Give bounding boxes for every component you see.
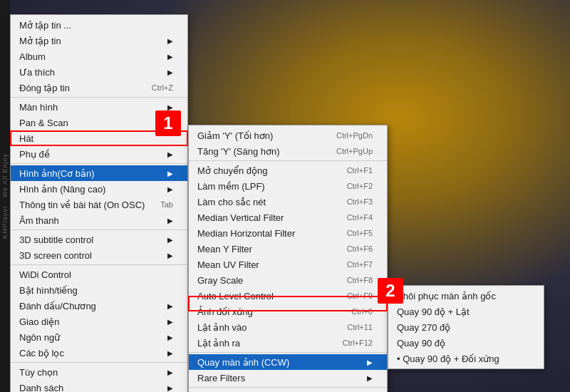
submenu-tang-y[interactable]: Tăng 'Y' (Sáng hơn) Ctrl+PgUp: [189, 143, 387, 159]
menu-item-ngon-ngu[interactable]: Ngôn ngữ ▶: [11, 329, 187, 345]
submenu-khoi-phuc[interactable]: Khôi phục màn ảnh gốc: [388, 288, 544, 304]
arrow-icon: ▶: [167, 302, 173, 310]
submenu-gray-scale[interactable]: Gray Scale Ctrl+F8: [189, 272, 387, 288]
menu-item-mo-tap-tin[interactable]: Mở tập tin ▶: [11, 33, 187, 48]
arrow-icon: ▶: [367, 359, 373, 366]
menu-item-danh-dau-chuong[interactable]: Đánh dấu/Chương ▶: [11, 298, 187, 314]
arrow-icon: ▶: [167, 217, 173, 225]
submenu-lat-anh-ra[interactable]: Lật ảnh ra Ctrl+F12: [189, 335, 387, 351]
submenu-anh-doi-xung[interactable]: Ảnh đối xứng Ctrl+0: [189, 304, 387, 319]
menu-item-danh-sach[interactable]: Danh sách ▶: [11, 380, 187, 392]
divider-5: [11, 362, 187, 363]
arrow-icon: ▶: [367, 374, 373, 382]
divider-1: [11, 97, 187, 98]
submenu-rare-filters[interactable]: Rare Filters ▶: [189, 370, 387, 386]
menu-item-tuy-chon[interactable]: Tùy chọn ▶: [11, 364, 187, 380]
menu-item-giao-dien[interactable]: Giao diện ▶: [11, 314, 187, 329]
menu-item-widi[interactable]: WiDi Control: [11, 267, 187, 282]
submenu-median-horizontal[interactable]: Median Horizontal Filter Ctrl+F5: [189, 225, 387, 241]
menu-item-3d-subtitle[interactable]: 3D subtitle control ▶: [11, 232, 187, 247]
submenu-quay-90-doi-xung[interactable]: • Quay 90 độ + Đối xứng: [388, 351, 544, 366]
menu-item-hinh-anh-co-ban[interactable]: Hình ảnh(Cơ bản) ▶: [11, 165, 187, 181]
label-1: 1: [155, 110, 181, 136]
submenu-mean-uv[interactable]: Mean UV Filter Ctrl+F7: [189, 257, 387, 272]
submenu-quay-90[interactable]: Quay 90 độ: [388, 335, 544, 351]
arrow-icon: ▶: [167, 68, 173, 76]
divider-sub-3: [189, 387, 387, 388]
submenu-quay: Khôi phục màn ảnh gốc Quay 90 độ + Lật Q…: [388, 285, 544, 369]
kmplayer-brand: KMPlayer · We All Enjoy: [1, 153, 9, 239]
divider-sub-1: [189, 160, 387, 161]
arrow-icon: ▶: [167, 53, 173, 61]
submenu-quay-270[interactable]: Quay 270 độ: [388, 319, 544, 335]
submenu-median-vertical[interactable]: Median Vertical Filter Ctrl+F4: [189, 210, 387, 225]
arrow-icon: ▶: [167, 252, 173, 259]
arrow-icon: ▶: [167, 349, 173, 357]
submenu-lat-anh-vao[interactable]: Lật ảnh vào Ctrl+11: [189, 319, 387, 335]
submenu-giam-y[interactable]: Giảm 'Y' (Tối hơn) Ctrl+PgDn: [189, 128, 387, 143]
arrow-icon: ▶: [167, 103, 173, 111]
menu-item-hinh-anh-nang-cao[interactable]: Hình ảnh (Nâng cao) ▶: [11, 181, 187, 197]
menu-item-mo-tap-tin-dots[interactable]: Mở tập tin ...: [11, 17, 187, 33]
menu-item-am-thanh[interactable]: Âm thanh ▶: [11, 212, 187, 228]
menu-item-ua-thich[interactable]: Ưa thích ▶: [11, 64, 187, 80]
main-context-menu: Mở tập tin ... Mở tập tin ▶ Album ▶ Ưa t…: [10, 14, 188, 392]
menu-item-bat-hinh-tieng[interactable]: Bật hình/tiếng: [11, 282, 187, 298]
arrow-icon: ▶: [167, 384, 173, 392]
submenu-auto-level[interactable]: Auto Level Control Ctrl+F9: [189, 288, 387, 304]
divider-2: [11, 163, 187, 164]
arrow-icon: ▶: [167, 368, 173, 376]
submenu-mean-y[interactable]: Mean Y Filter Ctrl+F6: [189, 241, 387, 257]
arrow-icon: ▶: [167, 185, 173, 193]
submenu-lam-cho-sac-net[interactable]: Làm cho sắc nét Ctrl+F3: [189, 194, 387, 210]
arrow-icon: ▶: [167, 236, 173, 244]
divider-4: [11, 264, 187, 265]
arrow-icon: ▶: [167, 318, 173, 326]
arrow-icon: ▶: [167, 334, 173, 341]
submenu-quay-90-lat[interactable]: Quay 90 độ + Lật: [388, 304, 544, 319]
submenu-lam-mem[interactable]: Làm mềm (LPF) Ctrl+F2: [189, 178, 387, 194]
submenu-mo-chuyen-dong[interactable]: Mở chuyển động Ctrl+F1: [189, 163, 387, 178]
menu-item-dong-tap-tin[interactable]: Đóng tập tin Ctrl+Z: [11, 80, 187, 96]
submenu-quay-man-anh[interactable]: Quay màn ảnh (CCW) ▶: [189, 354, 387, 370]
label-2: 2: [378, 278, 403, 304]
kmplayer-sidebar: KMPlayer · We All Enjoy: [0, 0, 10, 392]
menu-item-3d-screen[interactable]: 3D screen control ▶: [11, 247, 187, 263]
arrow-icon: ▶: [167, 37, 173, 45]
arrow-icon: ▶: [167, 170, 173, 177]
divider-3: [11, 229, 187, 230]
menu-item-thong-tin-bai-hat-osc[interactable]: Thông tin về bài hát (On OSC) Tab: [11, 197, 187, 212]
menu-item-album[interactable]: Album ▶: [11, 48, 187, 64]
arrow-icon: ▶: [167, 150, 173, 158]
divider-sub-2: [189, 352, 387, 353]
menu-item-cac-bo-loc[interactable]: Các bộ lọc ▶: [11, 345, 187, 361]
submenu-bo-qua-thiet-dat[interactable]: Bỏ qua các thiết đặt Ctrl+BkSp: [189, 389, 387, 392]
submenu-hinh-anh: Giảm 'Y' (Tối hơn) Ctrl+PgDn Tăng 'Y' (S…: [188, 125, 388, 392]
menu-item-phu-de[interactable]: Phụ đề ▶: [11, 146, 187, 162]
